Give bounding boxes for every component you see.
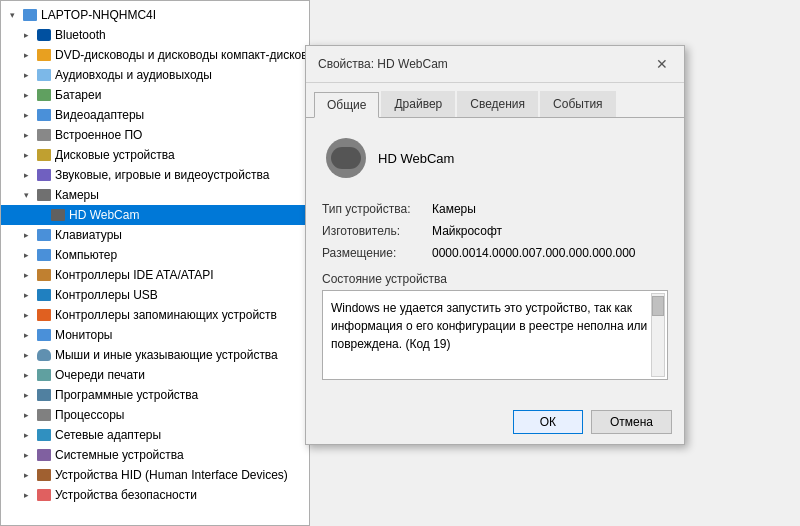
dialog-footer: ОК Отмена — [306, 400, 684, 444]
chevron-security: ▸ — [19, 490, 33, 500]
tree-label-monitors: Мониторы — [55, 328, 112, 342]
icon-battery — [36, 87, 52, 103]
icon-hid — [36, 467, 52, 483]
tree-item-dvd[interactable]: ▸DVD-дисководы и дисководы компакт-диско… — [1, 45, 309, 65]
tree-label-dvd: DVD-дисководы и дисководы компакт-дисков — [55, 48, 308, 62]
icon-software — [36, 387, 52, 403]
tree-item-print[interactable]: ▸Очереди печати — [1, 365, 309, 385]
chevron-network: ▸ — [19, 430, 33, 440]
property-location: Размещение: 0000.0014.0000.007.000.000.0… — [318, 246, 672, 260]
chevron-hid: ▸ — [19, 470, 33, 480]
tree-item-storage[interactable]: ▸Контроллеры запоминающих устройств — [1, 305, 309, 325]
chevron-root: ▾ — [5, 10, 19, 20]
tree-label-root: LAPTOP-NHQHMC4I — [41, 8, 156, 22]
tree-label-cameras: Камеры — [55, 188, 99, 202]
ok-button[interactable]: ОК — [513, 410, 583, 434]
tree-item-display[interactable]: ▸Видеоадаптеры — [1, 105, 309, 125]
tree-item-disk[interactable]: ▸Дисковые устройства — [1, 145, 309, 165]
tree-item-software[interactable]: ▸Программные устройства — [1, 385, 309, 405]
icon-firmware — [36, 127, 52, 143]
tree-item-battery[interactable]: ▸Батареи — [1, 85, 309, 105]
properties-dialog: Свойства: HD WebCam ✕ ОбщиеДрайверСведен… — [305, 45, 685, 445]
icon-keyboard — [36, 227, 52, 243]
icon-computer — [36, 247, 52, 263]
chevron-battery: ▸ — [19, 90, 33, 100]
icon-print — [36, 367, 52, 383]
chevron-hdwebcam — [33, 210, 47, 220]
icon-cameras — [36, 187, 52, 203]
chevron-audio: ▸ — [19, 70, 33, 80]
icon-security — [36, 487, 52, 503]
scrollbar[interactable] — [651, 293, 665, 377]
icon-storage — [36, 307, 52, 323]
tree-view: ▾LAPTOP-NHQHMC4I▸Bluetooth▸DVD-дисководы… — [1, 1, 309, 509]
tree-label-mouse: Мыши и иные указывающие устройства — [55, 348, 278, 362]
location-label: Размещение: — [322, 246, 432, 260]
chevron-sound: ▸ — [19, 170, 33, 180]
tree-item-system[interactable]: ▸Системные устройства — [1, 445, 309, 465]
tree-item-ide[interactable]: ▸Контроллеры IDE ATA/ATAPI — [1, 265, 309, 285]
dialog-close-button[interactable]: ✕ — [652, 54, 672, 74]
device-icon-large — [326, 138, 366, 178]
tab-general[interactable]: Общие — [314, 92, 379, 118]
icon-monitors — [36, 327, 52, 343]
icon-display — [36, 107, 52, 123]
chevron-display: ▸ — [19, 110, 33, 120]
icon-usb — [36, 287, 52, 303]
dialog-content: HD WebCam Тип устройства: Камеры Изготов… — [306, 118, 684, 392]
tree-label-security: Устройства безопасности — [55, 488, 197, 502]
dialog-title: Свойства: HD WebCam — [318, 57, 448, 71]
tree-item-computer[interactable]: ▸Компьютер — [1, 245, 309, 265]
tree-item-sound[interactable]: ▸Звуковые, игровые и видеоустройства — [1, 165, 309, 185]
tab-driver[interactable]: Драйвер — [381, 91, 455, 117]
tree-label-computer: Компьютер — [55, 248, 117, 262]
tree-item-root[interactable]: ▾LAPTOP-NHQHMC4I — [1, 5, 309, 25]
dialog-titlebar: Свойства: HD WebCam ✕ — [306, 46, 684, 83]
icon-ide — [36, 267, 52, 283]
tree-label-usb: Контроллеры USB — [55, 288, 158, 302]
tree-item-usb[interactable]: ▸Контроллеры USB — [1, 285, 309, 305]
chevron-ide: ▸ — [19, 270, 33, 280]
type-label: Тип устройства: — [322, 202, 432, 216]
icon-disk — [36, 147, 52, 163]
tree-item-mouse[interactable]: ▸Мыши и иные указывающие устройства — [1, 345, 309, 365]
tree-item-firmware[interactable]: ▸Встроенное ПО — [1, 125, 309, 145]
cancel-button[interactable]: Отмена — [591, 410, 672, 434]
tree-label-ide: Контроллеры IDE ATA/ATAPI — [55, 268, 214, 282]
chevron-system: ▸ — [19, 450, 33, 460]
scrollbar-thumb[interactable] — [652, 296, 664, 316]
type-value: Камеры — [432, 202, 476, 216]
tree-item-keyboard[interactable]: ▸Клавиатуры — [1, 225, 309, 245]
tab-events[interactable]: События — [540, 91, 616, 117]
tree-label-firmware: Встроенное ПО — [55, 128, 142, 142]
tree-item-hdwebcam[interactable]: HD WebCam — [1, 205, 309, 225]
chevron-mouse: ▸ — [19, 350, 33, 360]
tree-label-software: Программные устройства — [55, 388, 198, 402]
manufacturer-label: Изготовитель: — [322, 224, 432, 238]
tree-item-bluetooth[interactable]: ▸Bluetooth — [1, 25, 309, 45]
chevron-print: ▸ — [19, 370, 33, 380]
chevron-keyboard: ▸ — [19, 230, 33, 240]
icon-sound — [36, 167, 52, 183]
tree-label-hdwebcam: HD WebCam — [69, 208, 139, 222]
chevron-cameras: ▾ — [19, 190, 33, 200]
status-text: Windows не удается запустить это устройс… — [331, 301, 647, 351]
tree-item-cameras[interactable]: ▾Камеры — [1, 185, 309, 205]
chevron-software: ▸ — [19, 390, 33, 400]
tree-item-security[interactable]: ▸Устройства безопасности — [1, 485, 309, 505]
chevron-firmware: ▸ — [19, 130, 33, 140]
tree-item-hid[interactable]: ▸Устройства HID (Human Interface Devices… — [1, 465, 309, 485]
tree-item-network[interactable]: ▸Сетевые адаптеры — [1, 425, 309, 445]
tree-label-audio: Аудиовходы и аудиовыходы — [55, 68, 212, 82]
webcam-icon — [331, 147, 361, 169]
icon-dvd — [36, 47, 52, 63]
tree-label-disk: Дисковые устройства — [55, 148, 175, 162]
status-box: Windows не удается запустить это устройс… — [322, 290, 668, 380]
tab-details[interactable]: Сведения — [457, 91, 538, 117]
tree-item-audio[interactable]: ▸Аудиовходы и аудиовыходы — [1, 65, 309, 85]
tree-item-monitors[interactable]: ▸Мониторы — [1, 325, 309, 345]
tree-label-sound: Звуковые, игровые и видеоустройства — [55, 168, 269, 182]
tree-item-processor[interactable]: ▸Процессоры — [1, 405, 309, 425]
tree-label-display: Видеоадаптеры — [55, 108, 144, 122]
icon-processor — [36, 407, 52, 423]
